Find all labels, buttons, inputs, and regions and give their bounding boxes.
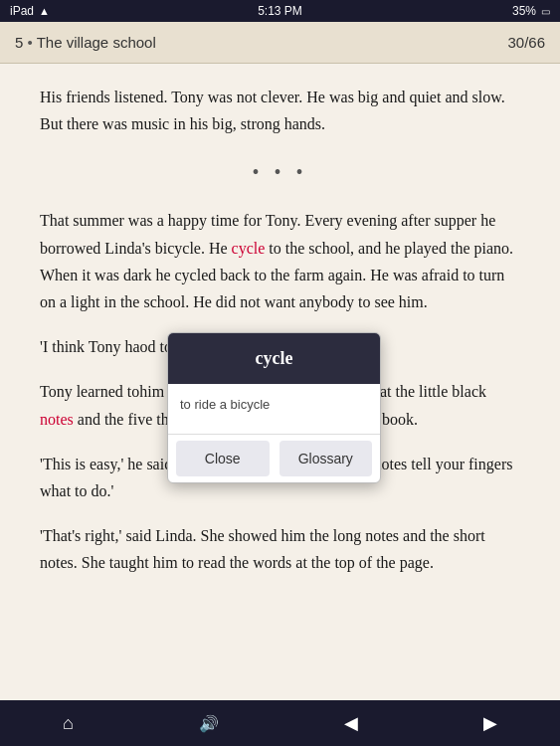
chapter-number: 5 <box>15 34 23 51</box>
chapter-label: 5 • The village school <box>15 34 156 51</box>
status-bar: iPad ▲ 5:13 PM 35% ▭ <box>0 0 560 22</box>
next-page-button[interactable]: ▶ <box>475 704 505 742</box>
popup-buttons: Close Glossary <box>168 434 380 482</box>
page-indicator: 30/66 <box>507 34 545 51</box>
speaker-button[interactable]: 🔊 <box>191 706 227 741</box>
chapter-title: The village school <box>37 34 156 51</box>
status-right: 35% ▭ <box>512 4 550 18</box>
popup-glossary-button[interactable]: Glossary <box>280 441 373 476</box>
nav-separator: • <box>28 34 37 51</box>
wifi-icon: ▲ <box>39 5 50 17</box>
device-label: iPad <box>10 4 34 18</box>
word-popup: cycle to ride a bicycle Close Glossary <box>167 332 381 483</box>
status-left: iPad ▲ <box>10 4 50 18</box>
popup-overlay: cycle to ride a bicycle Close Glossary <box>0 64 560 700</box>
book-content: His friends listened. Tony was not cleve… <box>0 64 560 700</box>
status-time: 5:13 PM <box>258 4 302 18</box>
battery-percent: 35% <box>512 4 536 18</box>
nav-bar: 5 • The village school 30/66 <box>0 22 560 64</box>
battery-icon: ▭ <box>541 6 550 17</box>
home-button[interactable]: ⌂ <box>55 705 82 742</box>
bottom-bar: ⌂ 🔊 ◀ ▶ <box>0 700 560 746</box>
prev-page-button[interactable]: ◀ <box>336 704 366 742</box>
popup-word-title: cycle <box>168 333 380 384</box>
popup-close-button[interactable]: Close <box>176 441 270 476</box>
popup-definition: to ride a bicycle <box>168 384 380 434</box>
